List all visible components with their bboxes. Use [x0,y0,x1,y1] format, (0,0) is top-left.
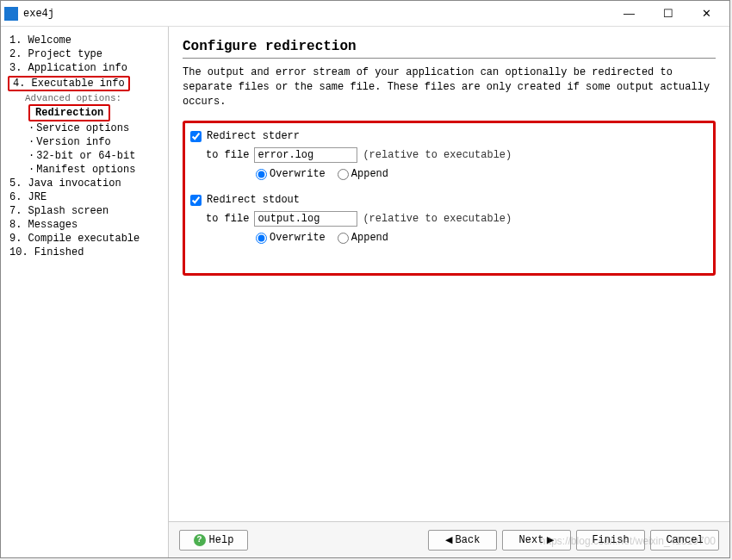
main-panel: Configure redirection The output and err… [169,27,729,557]
page-title: Configure redirection [183,39,716,59]
app-window: exe4j — ☐ ✕ 1. Welcome 2. Project type 3… [0,0,730,558]
arrow-right-icon: ▶ [547,534,554,545]
redirect-stderr-checkbox[interactable] [190,131,202,142]
stdout-append-radio-label[interactable]: Append [338,232,388,244]
stderr-hint: (relative to executable) [363,149,512,161]
sidebar-item-compile-executable[interactable]: 9. Compile executable [9,232,168,246]
stdout-overwrite-radio[interactable] [256,233,267,244]
maximize-button[interactable]: ☐ [648,2,687,26]
help-button[interactable]: ?Help [179,530,248,551]
stderr-tofile-label: to file [206,149,249,161]
sidebar-subitem-32bit-64bit[interactable]: ·32-bit or 64-bit [9,149,168,163]
arrow-left-icon: ◀ [445,534,452,545]
stdout-section: Redirect stdout to file (relative to exe… [190,194,703,244]
titlebar: exe4j — ☐ ✕ [1,1,729,27]
redirect-highlight-box: Redirect stderr to file (relative to exe… [183,121,716,276]
sidebar-subitem-service-options[interactable]: ·Service options [9,121,168,135]
sidebar-subitem-version-info[interactable]: ·Version info [9,135,168,149]
stderr-append-radio[interactable] [338,169,349,180]
back-button[interactable]: ◀Back [428,530,497,551]
main-content: Configure redirection The output and err… [169,27,729,521]
next-button[interactable]: Next▶ [502,530,571,551]
finish-button[interactable]: Finish [576,530,645,551]
sidebar-item-splash-screen[interactable]: 7. Splash screen [9,204,168,218]
window-title: exe4j [23,8,610,20]
cancel-button[interactable]: Cancel [650,530,719,551]
page-description: The output and error stream of your appl… [183,65,716,109]
stderr-overwrite-radio-label[interactable]: Overwrite [256,168,326,180]
stdout-append-radio[interactable] [338,233,349,244]
stderr-overwrite-radio[interactable] [256,169,267,180]
body: 1. Welcome 2. Project type 3. Applicatio… [1,27,729,557]
stderr-append-radio-label[interactable]: Append [338,168,388,180]
redirect-stdout-checkbox[interactable] [190,195,202,206]
stdout-overwrite-radio-label[interactable]: Overwrite [256,232,326,244]
sidebar-item-jre[interactable]: 6. JRE [9,190,168,204]
close-button[interactable]: ✕ [687,2,726,26]
redirect-stderr-label: Redirect stderr [207,130,300,142]
sidebar-subitem-manifest-options[interactable]: ·Manifest options [9,163,168,177]
wizard-footer: ?Help ◀Back Next▶ Finish Cancel [169,521,729,557]
sidebar-item-java-invocation[interactable]: 5. Java invocation [9,177,168,190]
sidebar-item-welcome[interactable]: 1. Welcome [9,34,168,47]
stdout-file-input[interactable] [254,211,357,227]
sidebar-advanced-label: Advanced options: [9,92,168,104]
help-icon: ? [194,534,206,546]
sidebar-item-messages[interactable]: 8. Messages [9,218,168,232]
stdout-tofile-label: to file [206,213,249,225]
window-controls: — ☐ ✕ [610,2,726,26]
sidebar-item-project-type[interactable]: 2. Project type [9,47,168,61]
app-icon [4,7,18,21]
minimize-button[interactable]: — [610,2,648,26]
sidebar-item-finished[interactable]: 10. Finished [9,246,168,259]
sidebar-item-application-info[interactable]: 3. Application info [9,61,168,75]
stdout-hint: (relative to executable) [363,213,512,225]
redirect-stdout-label: Redirect stdout [207,194,300,206]
stderr-file-input[interactable] [254,147,357,163]
sidebar-item-executable-info[interactable]: 4. Executable info [9,75,168,92]
sidebar-subitem-redirection[interactable]: Redirection [9,104,168,121]
wizard-sidebar: 1. Welcome 2. Project type 3. Applicatio… [1,27,169,557]
stderr-section: Redirect stderr to file (relative to exe… [190,130,703,180]
